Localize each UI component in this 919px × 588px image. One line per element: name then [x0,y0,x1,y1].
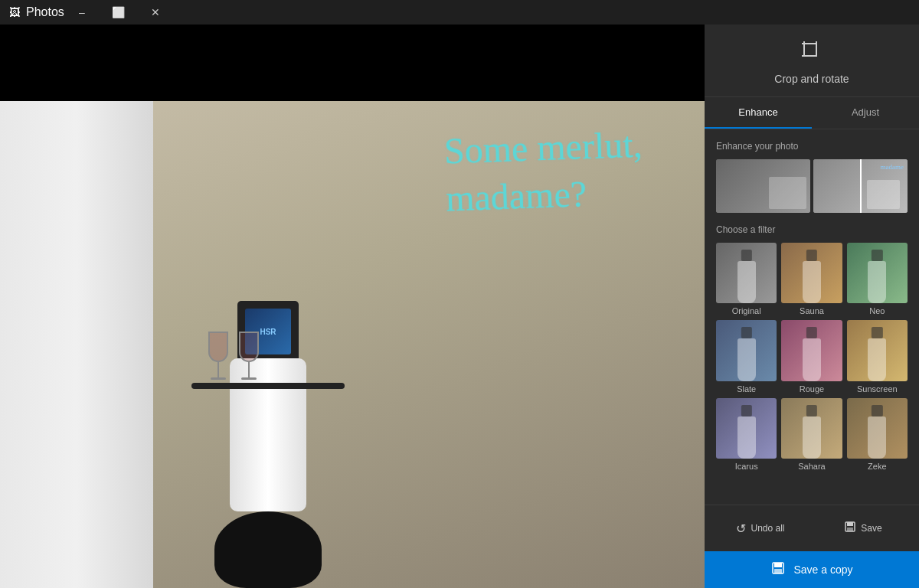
filter-scene-slate [716,320,777,381]
filter-thumb-icarus [716,398,777,459]
tab-adjust[interactable]: Adjust [812,97,919,129]
filter-scene-sunscreen [847,320,908,381]
mini-robot-rouge [803,338,821,381]
filter-item-slate[interactable]: Slate [716,320,777,393]
filter-item-zeke[interactable]: Zeke [847,398,908,471]
filter-scene-original [716,243,777,303]
graffiti-text: Some merlut,madame? [443,121,645,224]
filter-scene-sauna [781,243,842,303]
crop-title: Crop and rotate [774,73,849,85]
filter-thumb-sauna [781,243,842,303]
enhance-preview: madame [712,159,911,213]
filter-scene-rouge [781,320,842,381]
top-band [0,24,705,101]
filter-item-original[interactable]: Original [716,243,777,315]
filter-label-slate: Slate [737,384,756,394]
filter-thumb-sahara [781,398,842,459]
filter-item-rouge[interactable]: Rouge [781,320,842,393]
filter-item-sahara[interactable]: Sahara [781,398,842,471]
photo-scene: Some merlut,madame? HSR [0,24,705,588]
right-panel: Crop and rotate Enhance Adjust Enhance y… [705,24,919,588]
filter-label-zeke: Zeke [868,462,886,471]
filter-thumb-zeke [847,398,908,459]
filter-label-original: Original [732,306,761,315]
filter-item-sunscreen[interactable]: Sunscreen [847,320,908,393]
save-button[interactable]: Save [815,513,911,544]
save-icon [844,521,856,536]
filter-label-sahara: Sahara [798,462,825,471]
crop-header: Crop and rotate [705,24,919,97]
svg-rect-0 [804,44,816,56]
enhance-after-thumb[interactable]: madame [813,159,908,213]
undo-icon: ↺ [736,521,746,536]
scene-content: Some merlut,madame? HSR [0,101,705,588]
wine-glass-2 [237,332,260,385]
filter-label-neo: Neo [869,306,885,315]
save-label: Save [861,523,881,534]
glass-stem-2 [248,362,250,377]
glass-stem-1 [217,362,219,377]
filter-label-rouge: Rouge [800,384,824,394]
tab-enhance[interactable]: Enhance [705,97,812,129]
mini-robot-icarus [737,416,756,459]
filter-item-icarus[interactable]: Icarus [716,398,777,471]
maximize-button[interactable]: ⬜ [101,0,136,24]
mini-robot-sauna [803,261,821,304]
mini-robot-neo [868,261,886,304]
mini-robot-slate [737,338,756,381]
photo-area: Some merlut,madame? HSR [0,24,705,588]
filter-section-title: Choose a filter [712,224,911,235]
tabs: Enhance Adjust [705,97,919,129]
save-copy-icon [770,560,786,580]
mini-robot-original [737,261,756,304]
title-bar-controls: – ⬜ ✕ [64,0,173,24]
glass-base-1 [211,377,226,380]
minimize-button[interactable]: – [64,0,100,24]
filter-scene-neo [847,243,908,303]
app-icon: 🖼 [9,6,20,18]
filter-scene-sahara [781,398,842,459]
filter-label-sauna: Sauna [800,306,824,315]
mini-robot-sahara [803,416,821,459]
filter-thumb-sunscreen [847,320,908,381]
crop-icon [800,40,823,68]
svg-rect-7 [847,528,853,531]
save-copy-label: Save a copy [793,564,852,576]
panel-content: Enhance your photo madame Choose a filte… [705,129,919,505]
photo-placeholder: Some merlut,madame? HSR [0,24,705,588]
svg-rect-10 [774,569,782,573]
filter-thumb-slate [716,320,777,381]
enhance-slider [860,159,862,213]
curtain [0,101,153,588]
svg-rect-6 [847,522,853,526]
glass-cup-2 [239,332,259,362]
filter-label-sunscreen: Sunscreen [857,384,898,394]
filter-grid: OriginalSaunaNeoSlateRougeSunscreenIcaru… [712,243,911,471]
undo-all-label: Undo all [751,523,784,534]
wine-glass-1 [207,332,230,385]
title-bar: 🖼 Photos – ⬜ ✕ [0,0,919,24]
save-copy-bar[interactable]: Save a copy [705,551,919,588]
robot: HSR [168,116,368,588]
filter-scene-icarus [716,398,777,459]
main-layout: Some merlut,madame? HSR [0,24,919,588]
app-title: Photos [26,5,64,19]
undo-all-button[interactable]: ↺ Undo all [712,513,809,544]
mini-robot-sunscreen [868,338,886,381]
close-button[interactable]: ✕ [138,0,173,24]
filter-thumb-rouge [781,320,842,381]
svg-rect-9 [774,563,782,567]
bottom-actions: ↺ Undo all Save [705,505,919,551]
filter-item-neo[interactable]: Neo [847,243,908,315]
filter-thumb-neo [847,243,908,303]
robot-base [214,511,322,588]
enhance-before-thumb[interactable] [716,159,810,213]
enhance-section-title: Enhance your photo [712,141,911,152]
glass-cup-1 [208,332,228,362]
filter-thumb-original [716,243,777,303]
glass-base-2 [241,377,257,380]
filter-scene-zeke [847,398,908,459]
mini-robot-zeke [868,416,886,459]
filter-label-icarus: Icarus [735,462,758,471]
filter-item-sauna[interactable]: Sauna [781,243,842,315]
